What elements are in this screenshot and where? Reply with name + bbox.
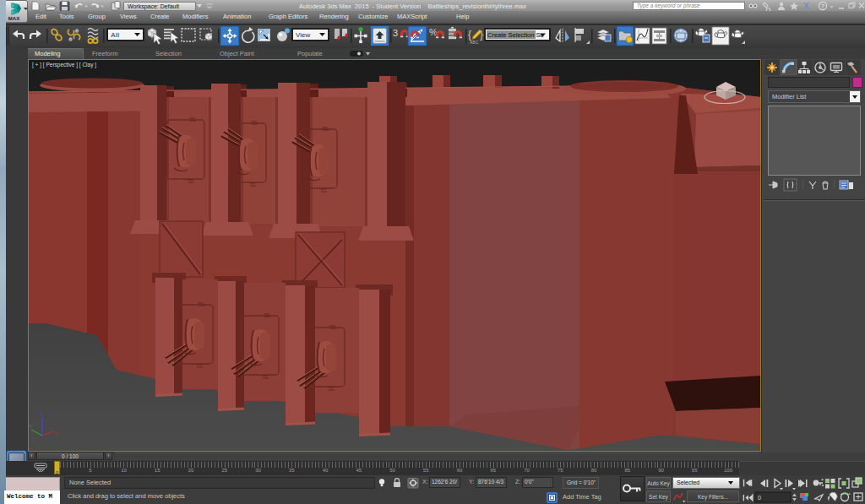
svg-text:0: 0 [758,494,761,501]
svg-text:Z: Z [40,412,43,417]
svg-text:3: 3 [393,28,398,38]
svg-text:Y: Y [29,424,32,429]
svg-text:Create Selection Se: Create Selection Se [487,31,544,39]
svg-text:All: All [111,31,119,39]
svg-text:X: X [803,2,809,11]
svg-text:ABC: ABC [470,40,479,45]
svg-text:?: ? [821,3,825,10]
svg-text:X: X [54,431,57,436]
svg-text:View: View [296,31,310,39]
svg-text:{: { [468,29,471,41]
